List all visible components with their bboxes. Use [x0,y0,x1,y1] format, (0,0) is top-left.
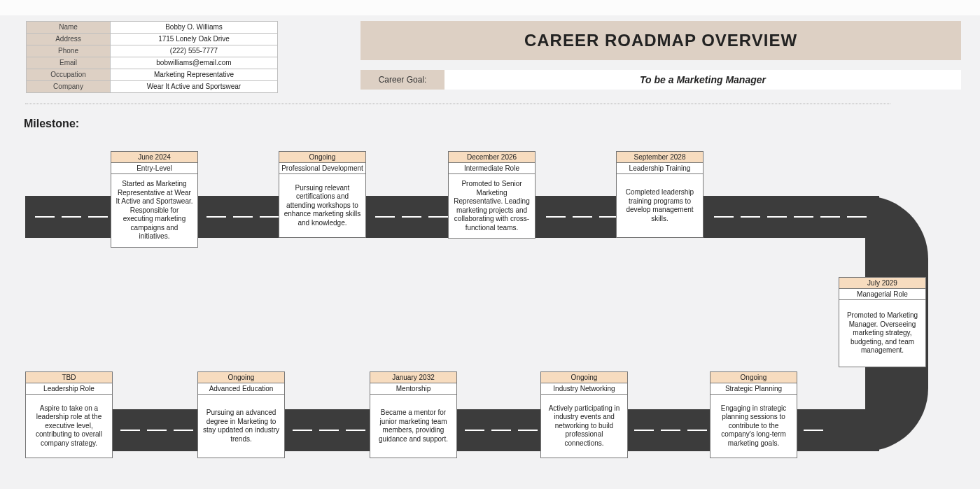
section-divider [25,104,890,104]
milestone-body: Engaging in strategic planning sessions … [710,395,797,458]
milestone-card: December 2026Intermediate RolePromoted t… [448,151,536,239]
milestone-category: Advanced Education [198,383,284,395]
dash-icon [428,216,448,218]
milestone-card: OngoingStrategic PlanningEngaging in str… [710,371,797,458]
milestone-date: July 2029 [839,278,925,289]
dash-icon [847,216,867,218]
info-name-value: Bobby O. Williams [111,22,278,34]
milestone-date: TBD [26,372,112,383]
milestone-category: Intermediate Role [449,163,535,174]
milestone-card: TBDLeadership RoleAspire to take on a le… [25,371,113,458]
milestone-category: Professional Development [279,163,365,174]
milestone-date: Ongoing [198,372,284,383]
milestone-date: September 2028 [617,152,703,163]
milestone-body: Actively participating in industry event… [541,395,627,458]
info-email-label: Email [27,57,111,69]
personal-info-table: Name Bobby O. Williams Address 1715 Lone… [26,21,278,93]
overview-title-block: CAREER ROADMAP OVERVIEW [360,21,961,60]
info-company-value: Wear It Active and Sportswear [111,81,278,93]
dash-icon [820,216,840,218]
dash-icon [260,216,279,218]
milestone-card: January 2032MentorshipBecame a mentor fo… [370,371,457,458]
info-occupation-label: Occupation [27,69,111,81]
milestone-date: Ongoing [710,372,797,383]
dash-icon [518,430,538,431]
milestone-category: Strategic Planning [710,383,797,395]
info-address-label: Address [27,34,111,45]
dash-icon [767,216,787,218]
dash-icon [714,216,734,218]
dash-icon [88,216,108,218]
dash-icon [319,430,339,431]
info-email-value: bobwilliams@email.com [111,57,278,69]
career-goal-row: Career Goal: To be a Marketing Manager [360,70,961,90]
milestone-date: December 2026 [449,152,535,163]
career-roadmap-page: Name Bobby O. Williams Address 1715 Lone… [0,0,980,489]
dash-icon [546,216,566,218]
info-name-label: Name [27,22,111,34]
dash-icon [233,216,253,218]
milestone-body: Pursuing an advanced degree in Marketing… [198,395,284,458]
info-company-label: Company [27,81,111,93]
milestone-category: Entry-Level [111,163,197,174]
dash-icon [573,216,592,218]
dash-icon [120,430,140,431]
info-phone-value: (222) 555-7777 [111,45,278,57]
dash-icon [35,216,55,218]
milestone-card: September 2028Leadership TrainingComplet… [616,151,704,238]
dash-icon [687,430,707,431]
milestone-card: OngoingIndustry NetworkingActively parti… [540,371,628,458]
milestone-body: Promoted to Senior Marketing Representat… [449,174,535,238]
dash-icon [804,430,823,431]
overview-title: CAREER ROADMAP OVERVIEW [524,31,797,50]
career-goal-value: To be a Marketing Manager [444,70,961,90]
milestone-header: Milestone: [24,118,79,130]
milestone-body: Completed leadership training programs t… [617,174,703,237]
dash-icon [375,216,395,218]
dash-icon [174,430,193,431]
milestone-category: Mentorship [370,383,456,395]
dash-icon [794,216,813,218]
info-occupation-value: Marketing Representative [111,69,278,81]
milestone-body: Started as Marketing Representative at W… [111,174,197,247]
dash-icon [293,430,312,431]
dash-icon [661,430,680,431]
milestone-category: Industry Networking [541,383,627,395]
milestone-date: June 2024 [111,152,197,163]
dash-icon [465,430,484,431]
milestone-card: OngoingProfessional DevelopmentPursuing … [279,151,366,238]
dash-icon [491,430,511,431]
milestone-card: July 2029Managerial RolePromoted to Mark… [839,277,926,367]
milestone-category: Managerial Role [839,289,925,300]
dash-icon [634,430,654,431]
dash-icon [206,216,226,218]
dash-icon [402,216,421,218]
milestone-card: OngoingAdvanced EducationPursuing an adv… [197,371,285,458]
career-goal-label: Career Goal: [360,70,444,90]
info-phone-label: Phone [27,45,111,57]
milestone-body: Aspire to take on a leadership role at t… [26,395,112,458]
dash-icon [62,216,81,218]
top-bar-blank [0,0,980,15]
milestone-body: Promoted to Marketing Manager. Overseein… [839,300,925,367]
milestone-date: January 2032 [370,372,456,383]
dash-icon [741,216,760,218]
dash-icon [147,430,167,431]
milestone-body: Became a mentor for junior marketing tea… [370,395,456,458]
milestone-date: Ongoing [279,152,365,163]
milestone-body: Pursuing relevant certifications and att… [279,174,365,237]
milestone-card: June 2024Entry-LevelStarted as Marketing… [111,151,198,248]
dash-icon [346,430,365,431]
milestone-date: Ongoing [541,372,627,383]
milestone-category: Leadership Role [26,383,112,395]
milestone-category: Leadership Training [617,163,703,174]
info-address-value: 1715 Lonely Oak Drive [111,34,278,45]
